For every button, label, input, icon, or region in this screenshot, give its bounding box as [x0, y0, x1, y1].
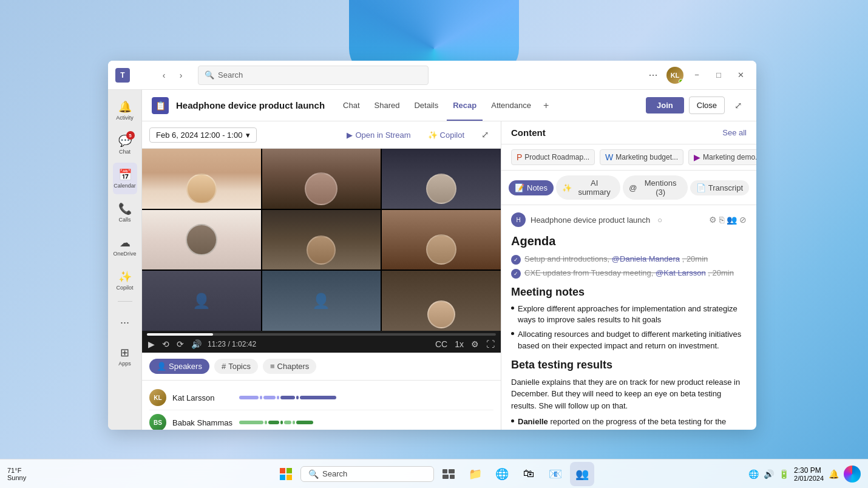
- date-dropdown[interactable]: Feb 6, 2024 12:00 - 1:00 ▾: [149, 127, 257, 143]
- tab-ai-summary[interactable]: ✨ AI summary: [556, 175, 620, 200]
- sidebar-item-activity[interactable]: 🔔 Activity: [113, 95, 137, 126]
- file-chip-demo[interactable]: ▶ Marketing demo...: [688, 149, 756, 165]
- tab-recap[interactable]: Recap: [447, 98, 483, 112]
- meeting-bullet-2: Allocating resources and budget to diffe…: [511, 329, 747, 351]
- speed-button[interactable]: 1x: [453, 338, 465, 350]
- global-search-bar[interactable]: 🔍 Search: [198, 66, 429, 85]
- tab-transcript[interactable]: 📄 Transcript: [690, 180, 749, 195]
- svg-rect-0: [280, 468, 285, 473]
- windows-start-button[interactable]: [274, 462, 298, 486]
- notes-tabs: 📝 Notes ✨ AI summary @ Mentions (3) �: [501, 171, 756, 205]
- progress-bar[interactable]: [147, 333, 496, 336]
- copy-note-btn[interactable]: ⎘: [719, 215, 724, 225]
- file-chip-roadmap[interactable]: P Product Roadmap...: [511, 149, 595, 165]
- taskbar-time: 2:30 PM: [794, 466, 824, 475]
- add-tab-button[interactable]: +: [540, 98, 552, 114]
- calendar-icon: 📅: [118, 168, 132, 181]
- open-stream-button[interactable]: ▶ Open in Stream: [342, 128, 415, 142]
- agenda-mention-2: @Kat Larsson: [656, 268, 706, 277]
- notes-tab-icon: 📝: [515, 183, 524, 192]
- settings-note-btn[interactable]: ⚙: [709, 215, 717, 225]
- microsoft-store-button[interactable]: 🛍: [517, 462, 541, 486]
- file-chip-budget[interactable]: W Marketing budget...: [600, 149, 683, 165]
- maximize-button[interactable]: □: [710, 67, 727, 84]
- captions-button[interactable]: CC: [434, 338, 449, 350]
- join-button[interactable]: Join: [646, 97, 684, 114]
- meeting-notes-title: Meeting notes: [511, 286, 747, 299]
- tab-topics[interactable]: # Topics: [214, 359, 258, 374]
- tab-speakers[interactable]: 👤 Speakers: [149, 359, 209, 374]
- user-avatar[interactable]: KL: [666, 67, 683, 84]
- sidebar-item-apps[interactable]: ⊞ Apps: [113, 341, 137, 372]
- taskbar-clock[interactable]: 2:30 PM 2/01/2024: [794, 466, 824, 482]
- taskbar-search[interactable]: 🔍 Search: [300, 466, 434, 482]
- settings-button[interactable]: ⚙: [470, 338, 480, 350]
- sidebar-item-calls[interactable]: 📞 Calls: [113, 197, 137, 228]
- sidebar-item-copilot[interactable]: ✨ Copilot: [113, 265, 137, 296]
- more-note-btn[interactable]: ⊘: [739, 215, 747, 225]
- note-author-name: Headphone device product launch: [531, 215, 650, 225]
- battery-icon[interactable]: 🔋: [779, 469, 789, 479]
- meeting-bullet-1: Explore different approaches for impleme…: [511, 303, 747, 325]
- tab-shared[interactable]: Shared: [368, 98, 406, 112]
- share-note-btn[interactable]: 👥: [727, 215, 737, 225]
- online-status-indicator: [679, 79, 683, 84]
- forward-button[interactable]: ⟳: [175, 338, 185, 350]
- chapters-icon: ≡: [270, 362, 275, 371]
- sidebar-item-onedrive[interactable]: ☁ OneDrive: [113, 231, 137, 262]
- volume-button[interactable]: 🔊: [190, 338, 203, 350]
- expand-video-button[interactable]: ⤢: [476, 126, 493, 143]
- minimize-button[interactable]: −: [688, 67, 705, 84]
- recap-area: Feb 6, 2024 12:00 - 1:00 ▾ ▶ Open in Str…: [142, 121, 756, 430]
- outlook-button[interactable]: 📧: [543, 462, 568, 486]
- title-bar-left: T: [115, 68, 152, 83]
- sidebar-item-calendar[interactable]: 📅 Calendar: [113, 163, 137, 194]
- weather-description: Sunny: [7, 474, 26, 481]
- agenda-suffix-2: , 20min: [708, 268, 734, 277]
- speaker-avatar-kat: KL: [149, 389, 166, 406]
- video-cell-9: [382, 271, 501, 331]
- notification-icon[interactable]: 🔔: [829, 469, 839, 479]
- fullscreen-button[interactable]: ⛶: [485, 338, 496, 350]
- video-panel: Feb 6, 2024 12:00 - 1:00 ▾ ▶ Open in Str…: [142, 121, 501, 430]
- tab-attendance[interactable]: Attendance: [485, 98, 537, 112]
- expand-button[interactable]: ⤢: [730, 97, 747, 114]
- tab-chat[interactable]: Chat: [337, 98, 365, 112]
- taskbar-search-icon: 🔍: [308, 469, 319, 479]
- close-meeting-button[interactable]: Close: [689, 97, 725, 114]
- copilot-button[interactable]: ✨ Copilot: [423, 128, 469, 142]
- bullet-dot-1: [511, 307, 514, 310]
- windows11-globe-button[interactable]: [844, 466, 861, 483]
- meeting-tabs: Chat Shared Details Recap Attendance +: [337, 98, 552, 114]
- chat-badge: 5: [126, 131, 135, 140]
- network-icon[interactable]: 🌐: [748, 469, 759, 479]
- speaker-name-babak: Babak Shammas: [172, 418, 233, 427]
- back-button[interactable]: ‹: [157, 68, 171, 83]
- see-all-button[interactable]: See all: [722, 128, 747, 137]
- content-title: Content: [511, 127, 546, 138]
- tab-mentions[interactable]: @ Mentions (3): [623, 175, 687, 200]
- tab-details[interactable]: Details: [408, 98, 444, 112]
- note-author-row: H Headphone device product launch ○ ⚙ ⎘ …: [511, 212, 747, 227]
- file-explorer-button[interactable]: 📁: [463, 462, 487, 486]
- forward-button[interactable]: ›: [174, 68, 188, 83]
- stream-icon: ▶: [347, 130, 353, 140]
- tab-notes[interactable]: 📝 Notes: [509, 180, 554, 195]
- date-bar-right: ▶ Open in Stream ✨ Copilot ⤢: [342, 126, 493, 143]
- transcript-icon: 📄: [696, 183, 706, 192]
- teams-taskbar-button[interactable]: 👥: [570, 462, 594, 486]
- sidebar-label-chat: Chat: [119, 149, 131, 155]
- sidebar-item-more[interactable]: ···: [113, 307, 137, 338]
- rewind-button[interactable]: ⟲: [161, 338, 171, 350]
- more-options-button[interactable]: ···: [645, 67, 662, 84]
- task-view-button[interactable]: [436, 462, 461, 486]
- controls-row: ▶ ⟲ ⟳ 🔊 11:23 / 1:02:42 CC 1x ⚙: [147, 338, 496, 350]
- copilot-btn-icon: ✨: [428, 130, 438, 140]
- close-button[interactable]: ✕: [732, 67, 749, 84]
- tab-chapters[interactable]: ≡ Chapters: [263, 359, 316, 374]
- edge-browser-button[interactable]: 🌐: [490, 462, 514, 486]
- volume-icon[interactable]: 🔊: [764, 469, 774, 479]
- play-button[interactable]: ▶: [147, 338, 156, 350]
- sidebar-item-chat[interactable]: 💬 Chat 5: [113, 129, 137, 160]
- video-cell-6: [382, 210, 501, 270]
